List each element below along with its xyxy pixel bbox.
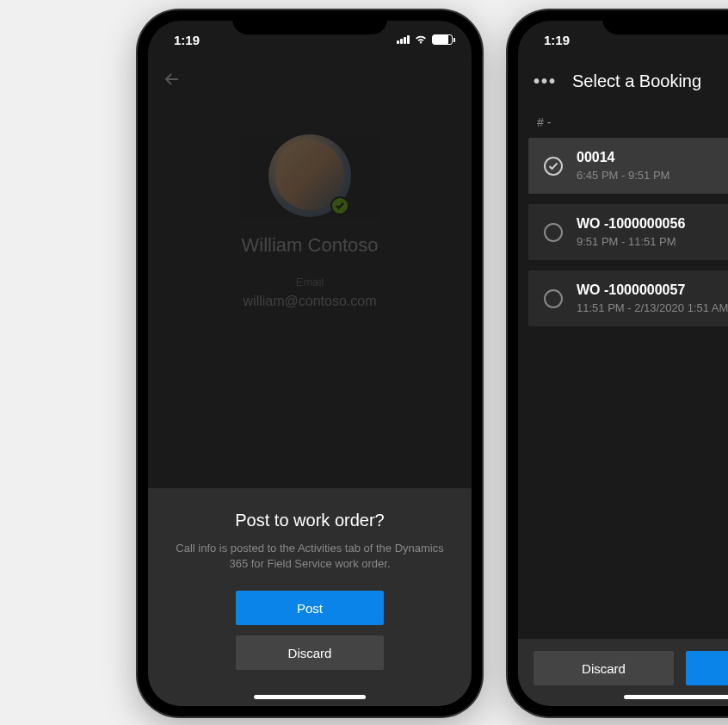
booking-title: 00014 — [577, 150, 669, 165]
profile-section: William Contoso Email william@contoso.co… — [148, 100, 472, 488]
booking-time: 9:51 PM - 11:51 PM — [577, 235, 685, 248]
avatar — [268, 134, 351, 217]
booking-title: WO -1000000057 — [577, 282, 728, 298]
booking-title: WO -1000000056 — [577, 216, 685, 232]
wifi-icon — [414, 34, 428, 45]
presence-available-icon — [330, 196, 349, 215]
app-header: ••• Select a Booking — [518, 59, 728, 103]
booking-item[interactable]: 00014 6:45 PM - 9:51 PM — [528, 138, 728, 194]
booking-time: 6:45 PM - 9:51 PM — [577, 169, 669, 182]
sheet-title: Post to work order? — [235, 511, 384, 530]
phone-mockup-right: 1:19 ••• Select a Booking # - — [508, 10, 728, 716]
discard-button[interactable]: Discard — [236, 635, 384, 670]
profile-name: William Contoso — [242, 234, 379, 257]
more-icon[interactable]: ••• — [534, 71, 557, 91]
booking-time: 11:51 PM - 2/13/2020 1:51 AM — [577, 301, 728, 314]
home-indicator[interactable] — [624, 695, 728, 699]
radio-selected-icon[interactable] — [544, 157, 563, 176]
email-label: Email — [296, 276, 324, 288]
sheet-body: Call info is posted to the Activities ta… — [169, 541, 451, 572]
battery-icon — [432, 34, 453, 45]
notch — [602, 10, 728, 34]
page-title: Select a Booking — [572, 71, 701, 91]
screen-right: 1:19 ••• Select a Booking # - — [518, 21, 728, 706]
home-indicator[interactable] — [254, 695, 366, 699]
email-value: william@contoso.com — [244, 294, 377, 309]
booking-list: 00014 6:45 PM - 9:51 PM WO -1000000056 9… — [518, 138, 728, 639]
app-header — [148, 59, 472, 100]
radio-unselected-icon[interactable] — [544, 223, 563, 242]
phone-mockup-left: 1:19 — [138, 10, 482, 716]
back-arrow-icon[interactable] — [162, 69, 182, 90]
notch — [232, 10, 387, 34]
post-button[interactable]: Post — [236, 591, 384, 625]
radio-unselected-icon[interactable] — [544, 289, 563, 308]
discard-button[interactable]: Discard — [534, 651, 674, 685]
booking-item[interactable]: WO -1000000056 9:51 PM - 11:51 PM — [528, 204, 728, 260]
action-sheet: Post to work order? Call info is posted … — [148, 488, 472, 706]
booking-item[interactable]: WO -1000000057 11:51 PM - 2/13/2020 1:51… — [528, 270, 728, 326]
cellular-signal-icon — [397, 35, 410, 44]
status-indicators — [397, 34, 453, 45]
screen-left: 1:19 — [148, 21, 472, 706]
status-time: 1:19 — [544, 33, 570, 47]
list-sort-header[interactable]: # - — [518, 103, 728, 138]
status-time: 1:19 — [174, 33, 200, 47]
post-button[interactable]: Post — [686, 651, 728, 685]
